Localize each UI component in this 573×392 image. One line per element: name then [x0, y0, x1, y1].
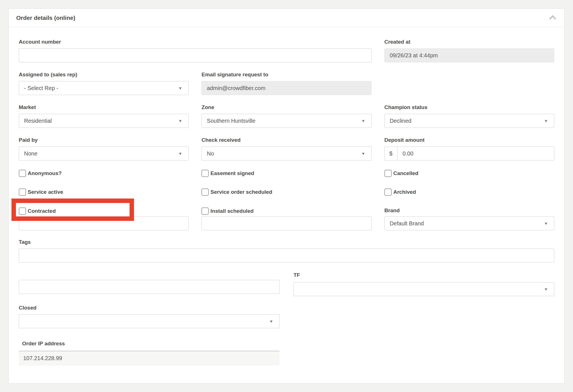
tf-select[interactable]: ▼ — [293, 282, 554, 296]
easement-signed-checkbox[interactable] — [201, 170, 209, 177]
assigned-to-value: - Select Rep - — [24, 85, 58, 91]
paid-by-value: None — [24, 150, 37, 157]
market-select[interactable]: Residential ▼ — [19, 114, 189, 128]
easement-signed-label: Easement signed — [210, 170, 254, 177]
install-scheduled-field: Install scheduled — [201, 207, 371, 230]
email-signature-field: Email signature request to — [201, 72, 371, 95]
email-signature-input — [201, 81, 371, 95]
easement-signed-checkbox-row: Easement signed — [201, 170, 371, 177]
account-number-field: Account number — [19, 39, 372, 62]
row-closed: Closed ▼ — [19, 305, 554, 328]
unlabeled-input[interactable] — [19, 280, 280, 294]
order-ip-field: Order IP address 107.214.228.99 — [19, 341, 280, 365]
currency-prefix: $ — [384, 147, 397, 160]
row-assigned-email: Assigned to (sales rep) - Select Rep - ▼… — [19, 72, 554, 95]
row-tf: TF ▼ — [19, 272, 554, 296]
caret-down-icon: ▼ — [544, 119, 548, 123]
cancelled-checkbox[interactable] — [384, 170, 392, 177]
tags-field: Tags — [19, 239, 554, 263]
check-received-label: Check received — [201, 137, 371, 143]
chevron-up-icon[interactable] — [549, 15, 556, 22]
check-received-field: Check received No ▼ — [201, 137, 371, 160]
order-ip-label: Order IP address — [19, 341, 280, 347]
paid-by-label: Paid by — [19, 137, 189, 143]
anonymous-checkbox[interactable] — [19, 170, 26, 177]
brand-value: Default Brand — [390, 220, 424, 227]
account-number-label: Account number — [19, 39, 372, 45]
service-order-scheduled-label: Service order scheduled — [210, 188, 272, 196]
deposit-amount-input[interactable] — [397, 147, 554, 160]
zone-select[interactable]: Southern Huntsville ▼ — [201, 114, 371, 128]
tf-label: TF — [293, 272, 554, 278]
row-order-ip: Order IP address 107.214.228.99 — [19, 341, 554, 365]
market-field: Market Residential ▼ — [19, 104, 189, 128]
order-details-panel: Order details (online) Account number Cr… — [8, 8, 565, 384]
contracted-field: Contracted — [19, 207, 189, 230]
service-order-scheduled-checkbox-row: Service order scheduled — [201, 188, 371, 196]
check-received-value: No — [207, 150, 214, 157]
archived-checkbox[interactable] — [384, 188, 392, 196]
install-date-input[interactable] — [201, 216, 371, 230]
service-active-checkbox[interactable] — [19, 188, 26, 196]
panel-header: Order details (online) — [9, 9, 564, 27]
cancelled-checkbox-row: Cancelled — [384, 170, 554, 177]
deposit-amount-field: Deposit amount $ — [384, 137, 554, 160]
row-checkboxes-2: Service active Service order scheduled A… — [19, 188, 554, 196]
caret-down-icon: ▼ — [544, 287, 548, 291]
unlabeled-field — [19, 272, 280, 296]
contracted-checkbox[interactable] — [19, 207, 26, 215]
caret-down-icon: ▼ — [544, 221, 548, 226]
tags-input[interactable] — [19, 249, 554, 263]
cancelled-label: Cancelled — [393, 170, 419, 177]
check-received-select[interactable]: No ▼ — [201, 147, 371, 160]
panel-body: Account number Created at Assigned to (s… — [9, 27, 564, 384]
tags-label: Tags — [19, 239, 554, 245]
anonymous-checkbox-row: Anonymous? — [19, 170, 189, 177]
created-at-field: Created at — [384, 39, 554, 62]
panel-title: Order details (online) — [16, 15, 75, 21]
assigned-to-label: Assigned to (sales rep) — [19, 72, 189, 78]
row-account-created: Account number Created at — [19, 39, 554, 62]
zone-field: Zone Southern Huntsville ▼ — [201, 104, 371, 128]
contracted-checkbox-row: Contracted — [19, 207, 189, 215]
caret-down-icon: ▼ — [178, 86, 182, 90]
market-label: Market — [19, 104, 189, 110]
archived-label: Archived — [393, 188, 416, 196]
paid-by-field: Paid by None ▼ — [19, 137, 189, 160]
anonymous-label: Anonymous? — [28, 170, 62, 177]
brand-field: Brand Default Brand ▼ — [384, 207, 554, 230]
email-signature-label: Email signature request to — [201, 72, 371, 78]
account-number-input[interactable] — [19, 48, 372, 62]
order-ip-value: 107.214.228.99 — [19, 351, 280, 365]
champion-status-field: Champion status Declined ▼ — [384, 104, 554, 128]
closed-select[interactable]: ▼ — [19, 314, 280, 328]
service-order-scheduled-checkbox[interactable] — [201, 188, 209, 196]
install-scheduled-label: Install scheduled — [210, 207, 253, 215]
champion-status-select[interactable]: Declined ▼ — [384, 114, 554, 128]
champion-status-label: Champion status — [384, 104, 554, 110]
contracted-date-input[interactable] — [19, 216, 189, 230]
assigned-to-select[interactable]: - Select Rep - ▼ — [19, 81, 189, 95]
deposit-amount-label: Deposit amount — [384, 137, 554, 143]
service-active-checkbox-row: Service active — [19, 188, 189, 196]
zone-label: Zone — [201, 104, 371, 110]
caret-down-icon: ▼ — [361, 119, 365, 123]
row-contracted-install-brand: Contracted Install scheduled Brand Defau… — [19, 207, 554, 230]
market-value: Residential — [24, 118, 52, 124]
paid-by-select[interactable]: None ▼ — [19, 147, 189, 160]
assigned-to-field: Assigned to (sales rep) - Select Rep - ▼ — [19, 72, 189, 95]
row-market-zone-champion: Market Residential ▼ Zone Southern Hunts… — [19, 104, 554, 128]
caret-down-icon: ▼ — [361, 152, 365, 156]
row-checkboxes-1: Anonymous? Easement signed Cancelled — [19, 170, 554, 177]
brand-select[interactable]: Default Brand ▼ — [384, 216, 554, 230]
service-active-label: Service active — [28, 188, 63, 196]
caret-down-icon: ▼ — [178, 152, 182, 156]
closed-label: Closed — [19, 305, 280, 311]
zone-value: Southern Huntsville — [207, 118, 255, 124]
archived-checkbox-row: Archived — [384, 188, 554, 196]
created-at-input — [384, 48, 554, 62]
install-scheduled-checkbox[interactable] — [201, 207, 209, 215]
champion-status-value: Declined — [390, 118, 412, 124]
contracted-label: Contracted — [28, 207, 56, 215]
brand-label: Brand — [384, 207, 554, 214]
